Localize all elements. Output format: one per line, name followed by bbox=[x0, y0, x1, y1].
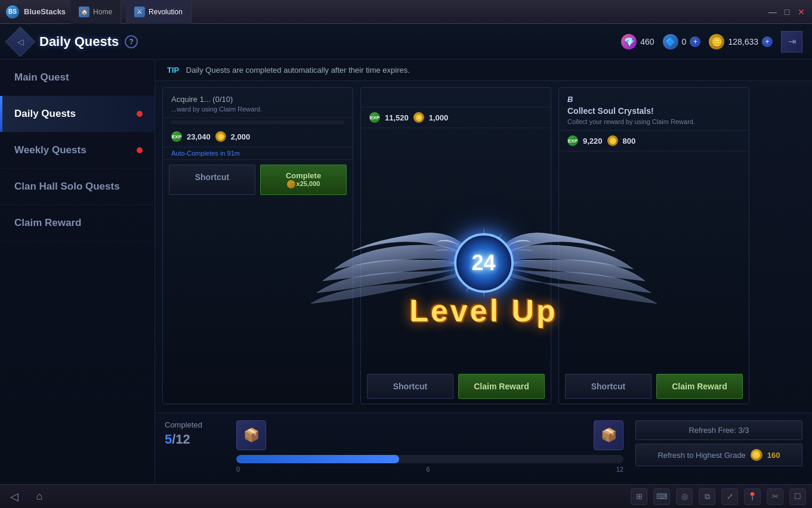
quest-card-3-header: B Collect Soul Crystals! Collect your re… bbox=[559, 88, 749, 131]
crystal-icon: 💎 bbox=[621, 34, 637, 49]
quest-3-claim-button[interactable]: Claim Reward bbox=[656, 374, 743, 399]
quest-1-progress: Acquire 1... (0/10) bbox=[171, 95, 233, 104]
quest-1-reward-desc: ...ward by using Claim Reward. bbox=[171, 106, 344, 113]
sidebar-item-main-quest[interactable]: Main Quest bbox=[0, 60, 155, 96]
completed-count: 5/12 bbox=[165, 432, 224, 447]
title-bar: BS BlueStacks 🏠 Home ⚔ Revolution — □ ✕ bbox=[0, 0, 812, 24]
quest-1-progress-bar bbox=[171, 120, 344, 124]
app-header: ◁ Daily Quests ? 💎 460 🔷 0 + 🪙 128,633 +… bbox=[0, 24, 812, 60]
quest-3-exp-val: 9,220 bbox=[583, 137, 603, 145]
quest-3-desc: Collect your reward by using Claim Rewar… bbox=[567, 118, 740, 125]
right-panel: Refresh Free: 3/3 Refresh to Highest Gra… bbox=[635, 420, 802, 466]
quest-1-complete-button[interactable]: Complete x25,000 bbox=[260, 165, 347, 195]
quest-3-gold-icon: 🪙 bbox=[607, 135, 618, 146]
quest-1-timer: Auto-Completes in 91m bbox=[163, 147, 353, 160]
progress-area: 📦 📦 0 6 12 bbox=[236, 420, 623, 473]
weekly-quests-notification-dot bbox=[137, 147, 143, 153]
back-nav-button[interactable]: ◁ bbox=[6, 488, 23, 505]
taskbar-settings-icon[interactable]: ◎ bbox=[676, 488, 693, 505]
revolution-tab-icon: ⚔ bbox=[134, 7, 145, 17]
taskbar: ◁ ⌂ ⊞ ⌨ ◎ ⧉ ⤢ 📍 ✂ ☐ bbox=[0, 484, 812, 508]
gem-icon: 🔷 bbox=[663, 34, 678, 49]
title-bar-right: — □ ✕ bbox=[762, 7, 812, 17]
quest-3-shortcut-button[interactable]: Shortcut bbox=[565, 374, 652, 399]
sidebar-item-claim-reward[interactable]: Claim Reward bbox=[0, 205, 155, 241]
taskbar-right: ⊞ ⌨ ◎ ⧉ ⤢ 📍 ✂ ☐ bbox=[631, 488, 806, 505]
quest-3-exp-icon: EXP bbox=[567, 135, 578, 146]
complete-label: Complete bbox=[265, 171, 341, 180]
taskbar-fullscreen-icon[interactable]: ⤢ bbox=[721, 488, 738, 505]
quest-2-rewards: EXP 11,520 🪙 1,000 bbox=[361, 107, 551, 128]
quest-2-exp-val: 11,520 bbox=[385, 113, 409, 122]
quest-3-title: B bbox=[567, 95, 740, 104]
sidebar-item-clan-hall-solo-quests[interactable]: Clan Hall Solo Quests bbox=[0, 169, 155, 205]
help-icon[interactable]: ? bbox=[125, 35, 138, 48]
gem-resource: 🔷 0 + bbox=[663, 34, 701, 49]
quest-card-1-header: Acquire 1... (0/10) ...ward by using Cla… bbox=[163, 88, 353, 118]
gem-count: 0 bbox=[682, 37, 687, 47]
quest-2-exp-icon: EXP bbox=[369, 112, 380, 123]
exit-icon: ⇥ bbox=[788, 36, 796, 47]
progress-bar-container: 0 6 12 bbox=[236, 455, 623, 473]
completed-current: 5 bbox=[165, 432, 172, 447]
minimize-button[interactable]: — bbox=[768, 7, 777, 17]
add-gold-button[interactable]: + bbox=[762, 36, 773, 47]
quest-1-buttons: Shortcut Complete x25,000 bbox=[163, 160, 353, 200]
refresh-free-button[interactable]: Refresh Free: 3/3 bbox=[635, 420, 802, 440]
taskbar-screen-icon[interactable]: ☐ bbox=[789, 488, 806, 505]
quest-1-exp-icon: EXP bbox=[171, 131, 182, 142]
title-bar-left: BS BlueStacks 🏠 Home ⚔ Revolution bbox=[0, 0, 197, 24]
taskbar-apps-icon[interactable]: ⊞ bbox=[631, 488, 647, 505]
quest-2-claim-button[interactable]: Claim Reward bbox=[458, 374, 545, 399]
quest-1-exp-val: 23,040 bbox=[187, 132, 211, 141]
page-title: Daily Quests bbox=[39, 34, 119, 49]
completed-label: Completed bbox=[165, 420, 224, 429]
home-tab-icon: 🏠 bbox=[79, 7, 89, 17]
add-gem-button[interactable]: + bbox=[690, 36, 700, 47]
quest-2-shortcut-button[interactable]: Shortcut bbox=[367, 374, 453, 399]
quest-2-gold-val: 1,000 bbox=[429, 113, 449, 122]
gold-icon: 🪙 bbox=[709, 34, 724, 49]
revolution-tab-label: Revolution bbox=[149, 8, 183, 16]
close-button[interactable]: ✕ bbox=[796, 7, 806, 17]
quest-card-3: B Collect Soul Crystals! Collect your re… bbox=[558, 87, 749, 404]
taskbar-scissors-icon[interactable]: ✂ bbox=[767, 488, 783, 505]
reward-icons-row: 📦 📦 bbox=[236, 420, 623, 450]
taskbar-multi-instance-icon[interactable]: ⧉ bbox=[699, 488, 715, 505]
refresh-free-label: Refresh Free: 3/3 bbox=[688, 426, 749, 435]
tip-label: TIP bbox=[167, 66, 179, 75]
sidebar-item-weekly-quests[interactable]: Weekly Quests bbox=[0, 132, 155, 169]
tab-revolution[interactable]: ⚔ Revolution bbox=[126, 0, 192, 24]
quest-3-gold-val: 800 bbox=[623, 137, 636, 145]
quest-1-gold-icon: 🪙 bbox=[215, 131, 226, 142]
exit-button[interactable]: ⇥ bbox=[781, 31, 802, 52]
taskbar-keyboard-icon[interactable]: ⌨ bbox=[653, 488, 670, 505]
back-button[interactable]: ◁ bbox=[5, 26, 36, 57]
tip-bar: TIP Daily Quests are completed automatic… bbox=[155, 60, 812, 81]
crystal-count: 460 bbox=[640, 37, 654, 47]
quest-2-gold-icon: 🪙 bbox=[413, 112, 424, 123]
progress-bar-bg bbox=[236, 455, 623, 463]
progress-min: 0 bbox=[236, 466, 240, 473]
quest-card-2-header bbox=[361, 88, 551, 107]
quest-3-buttons: Shortcut Claim Reward bbox=[559, 369, 749, 404]
completed-info: Completed 5/12 bbox=[165, 420, 224, 447]
back-icon: ◁ bbox=[17, 37, 24, 47]
daily-quests-notification-dot bbox=[137, 111, 143, 117]
home-nav-button[interactable]: ⌂ bbox=[31, 488, 48, 505]
content-area: TIP Daily Quests are completed automatic… bbox=[155, 60, 812, 484]
tab-home[interactable]: 🏠 Home bbox=[70, 0, 121, 24]
quest-cards-container: Acquire 1... (0/10) ...ward by using Cla… bbox=[155, 81, 812, 410]
complete-cost: x25,000 bbox=[265, 180, 341, 188]
taskbar-location-icon[interactable]: 📍 bbox=[744, 488, 761, 505]
brand-name: BlueStacks bbox=[24, 7, 66, 16]
maximize-button[interactable]: □ bbox=[782, 7, 792, 17]
home-tab-label: Home bbox=[93, 8, 112, 16]
quest-1-gold-val: 2,000 bbox=[231, 132, 251, 141]
quest-2-desc bbox=[369, 95, 542, 102]
quest-card-1: Acquire 1... (0/10) ...ward by using Cla… bbox=[162, 87, 353, 404]
quest-1-shortcut-button[interactable]: Shortcut bbox=[169, 165, 255, 195]
refresh-highest-button[interactable]: Refresh to Highest Grade 🪙 160 bbox=[635, 444, 802, 466]
sidebar-item-daily-quests[interactable]: Daily Quests bbox=[0, 96, 155, 132]
progress-bar-fill bbox=[236, 455, 399, 463]
